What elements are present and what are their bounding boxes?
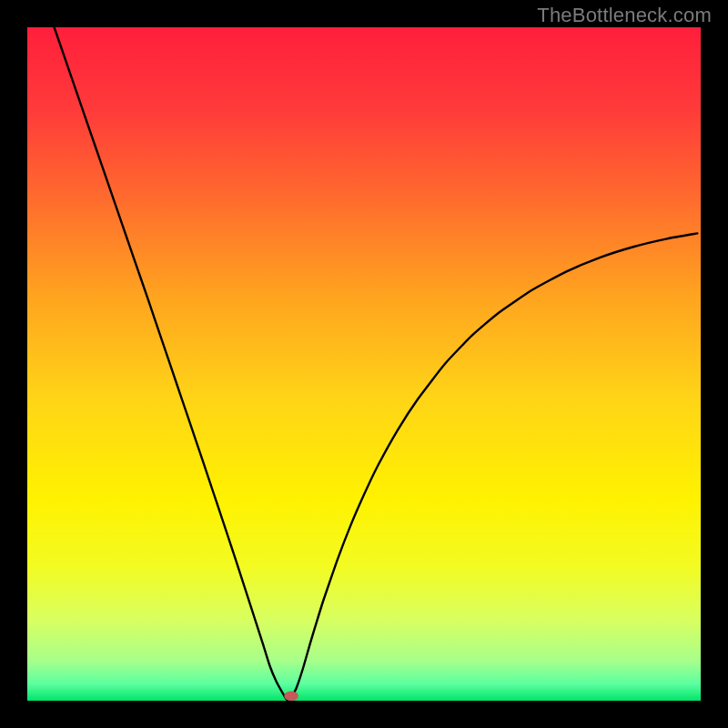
watermark-label: TheBottleneck.com: [537, 4, 712, 27]
outer-frame: TheBottleneck.com: [0, 0, 728, 728]
target-marker: [284, 691, 298, 701]
chart-svg: [27, 27, 701, 701]
plot-area: [27, 27, 701, 701]
gradient-background: [27, 27, 701, 701]
